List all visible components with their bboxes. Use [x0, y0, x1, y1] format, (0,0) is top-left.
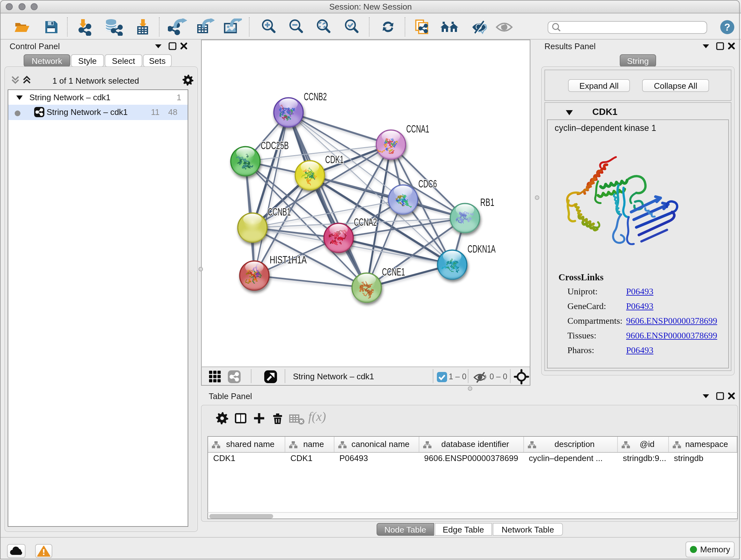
svg-text:RB1: RB1 — [480, 196, 494, 208]
svg-text:CDC6: CDC6 — [418, 178, 437, 190]
svg-text:CCNE1: CCNE1 — [382, 266, 405, 278]
svg-text:CDC25B: CDC25B — [261, 139, 289, 151]
svg-text:CCNA1: CCNA1 — [406, 123, 429, 135]
svg-text:HIST1H1A: HIST1H1A — [270, 254, 307, 266]
svg-text:CCNB1: CCNB1 — [268, 206, 291, 218]
svg-text:CDK1: CDK1 — [325, 153, 344, 165]
svg-text:CCNB2: CCNB2 — [304, 91, 327, 103]
svg-text:CCNA2: CCNA2 — [354, 216, 377, 228]
svg-text:CDKN1A: CDKN1A — [468, 243, 495, 255]
svg-text:?: ? — [724, 22, 731, 33]
